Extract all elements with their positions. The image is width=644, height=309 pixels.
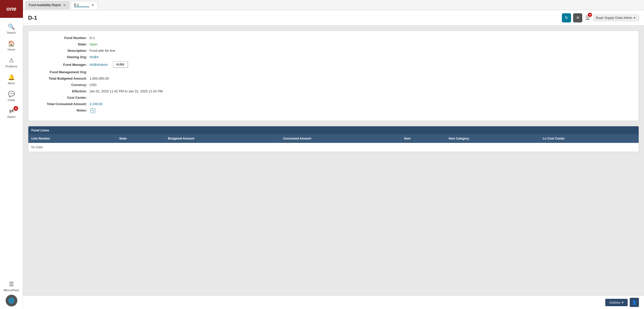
menu-icon: ☰	[9, 281, 14, 288]
sidebar-label-home: Home	[8, 48, 15, 51]
currency-value: USD	[90, 83, 96, 87]
sidebar-label-menus: Menus/Favs	[4, 289, 19, 292]
total-budgeted-row: Total Budgeted Amount: 1,000,000.00	[36, 77, 631, 80]
cost-center-label: Cost Center:	[36, 96, 87, 100]
col-budgeted-amount: Budgeted Amount	[165, 134, 280, 143]
state-label: State:	[36, 42, 87, 46]
avatar-icon: 🌐	[8, 298, 15, 304]
fund-manager-value[interactable]: HUB4Admin	[90, 63, 108, 67]
search-icon: 🔍	[8, 23, 15, 30]
fund-number-label: Fund Number:	[36, 36, 87, 40]
owning-org-row: Owning Org: HUB4	[36, 55, 631, 59]
tab-fund-availability[interactable]: Fund Availability Report ✕	[26, 1, 69, 9]
cost-center-row: Cost Center:	[36, 96, 631, 100]
user-name: Buyer Supply Chain Admin	[596, 16, 632, 20]
fund-mgmt-org-label: Fund Management Org:	[36, 70, 87, 74]
warning-icon: ⚠	[9, 57, 14, 64]
refresh-icon: ↻	[565, 15, 568, 20]
person-icon: 👤	[632, 300, 637, 305]
description-row: Description: Fund with No line	[36, 49, 631, 53]
sidebar: one 🔍 Search 🏠 Home ⚠ Problems 🔔 Alerts …	[0, 0, 23, 309]
fund-lines-table: Line Number State Budgeted Amount Consum…	[28, 134, 639, 152]
tab-d1-close[interactable]: ✕	[91, 3, 94, 7]
home-icon: 🏠	[8, 40, 15, 47]
col-consumed-amount: Consumed Amount	[280, 134, 401, 143]
switch-badge: ★	[14, 106, 18, 111]
actions-label: Actions	[609, 301, 620, 304]
detail-card: Fund Number: D-1 State: Open Description…	[28, 31, 639, 121]
fund-lines-tbody: No Data	[28, 143, 639, 152]
col-ln-cost-center: Ln Cost Center	[540, 134, 639, 143]
total-consumed-row: Total Consumed Amount: 2,249.00	[36, 102, 631, 106]
sidebar-item-alerts[interactable]: 🔔 Alerts	[0, 71, 23, 88]
menu-badge: ★	[588, 13, 592, 17]
user-avatar[interactable]: 🌐	[6, 295, 17, 306]
person-button[interactable]: 👤	[630, 298, 639, 307]
state-row: State: Open	[36, 42, 631, 46]
total-consumed-label: Total Consumed Amount:	[36, 102, 87, 106]
menu-button[interactable]: ☰ ★	[584, 14, 591, 22]
sidebar-label-chats: Chats	[8, 98, 15, 102]
description-value: Fund with No line	[90, 49, 115, 53]
currency-label: Currency:	[36, 83, 87, 87]
close-page-button[interactable]: ✕	[573, 13, 582, 22]
fund-number-row: Fund Number: D-1	[36, 36, 631, 40]
col-state: State	[116, 134, 165, 143]
sidebar-bottom: ☰ Menus/Favs 🌐	[0, 278, 23, 309]
fund-lines-no-data-row: No Data	[28, 143, 639, 152]
header-actions: ↻ ✕ ☰ ★ Buyer Supply Chain Admin ▾	[562, 13, 639, 22]
page-body: Fund Number: D-1 State: Open Description…	[23, 26, 644, 295]
sidebar-label-problems: Problems	[5, 65, 17, 68]
close-icon: ✕	[576, 15, 579, 20]
sidebar-item-home[interactable]: 🏠 Home	[0, 37, 23, 54]
effective-value: Jan 01, 2020 11:42 PM to Jan 31, 2025 11…	[90, 89, 163, 93]
notes-row: Notes: ✎	[36, 108, 631, 113]
total-budgeted-label: Total Budgeted Amount:	[36, 77, 87, 80]
notes-edit-icon[interactable]: ✎	[91, 108, 95, 113]
actions-button[interactable]: Actions ▾	[605, 299, 628, 306]
currency-row: Currency: USD	[36, 83, 631, 87]
hub4-tooltip: HUB4	[113, 61, 128, 68]
tab-d1-input[interactable]	[74, 3, 89, 7]
total-budgeted-value: 1,000,000.00	[90, 77, 109, 80]
page-title: D-1	[28, 15, 562, 21]
sidebar-item-switch[interactable]: ⇄ ★ Switch	[0, 105, 23, 121]
logo-text: one	[6, 6, 16, 12]
sidebar-label-alerts: Alerts	[8, 82, 15, 85]
no-data-cell: No Data	[28, 143, 639, 152]
switch-icon: ⇄	[9, 108, 14, 114]
col-item: Item	[401, 134, 446, 143]
state-value: Open	[90, 42, 98, 46]
owning-org-value[interactable]: HUB4	[90, 55, 98, 59]
sidebar-item-chats[interactable]: 💬 Chats	[0, 88, 23, 105]
fund-manager-label: Fund Manager:	[36, 63, 87, 67]
dropdown-arrow-icon: ▾	[634, 16, 635, 20]
fund-lines-thead: Line Number State Budgeted Amount Consum…	[28, 134, 639, 143]
tab-fund-availability-label: Fund Availability Report	[29, 3, 61, 7]
chat-icon: 💬	[8, 91, 15, 97]
col-line-number: Line Number	[28, 134, 116, 143]
actions-arrow-icon: ▾	[622, 301, 624, 304]
owning-org-label: Owning Org:	[36, 55, 87, 59]
tab-d1[interactable]: ✕	[71, 1, 98, 9]
user-dropdown[interactable]: Buyer Supply Chain Admin ▾	[593, 15, 639, 21]
bottom-bar: Actions ▾ 👤	[23, 295, 644, 309]
effective-label: Effective:	[36, 89, 87, 93]
tab-bar: Fund Availability Report ✕ ✕	[23, 0, 644, 10]
tab-fund-availability-close[interactable]: ✕	[63, 3, 66, 7]
fund-lines-header-row: Line Number State Budgeted Amount Consum…	[28, 134, 639, 143]
sidebar-item-search[interactable]: 🔍 Search	[0, 20, 23, 37]
col-item-category: Item Category	[446, 134, 540, 143]
refresh-button[interactable]: ↻	[562, 13, 571, 22]
fund-number-value: D-1	[90, 36, 95, 40]
sidebar-item-problems[interactable]: ⚠ Problems	[0, 54, 23, 71]
bell-icon: 🔔	[8, 74, 15, 81]
description-label: Description:	[36, 49, 87, 53]
sidebar-item-menus[interactable]: ☰ Menus/Favs	[0, 278, 23, 295]
sidebar-label-search: Search	[7, 31, 16, 34]
sidebar-label-switch: Switch	[7, 115, 15, 118]
fund-manager-row: Fund Manager: HUB4Admin HUB4	[36, 61, 631, 68]
app-logo[interactable]: one	[0, 0, 23, 18]
page-header: D-1 ↻ ✕ ☰ ★ Buyer Supply Chain Admin ▾	[23, 10, 644, 26]
effective-row: Effective: Jan 01, 2020 11:42 PM to Jan …	[36, 89, 631, 93]
